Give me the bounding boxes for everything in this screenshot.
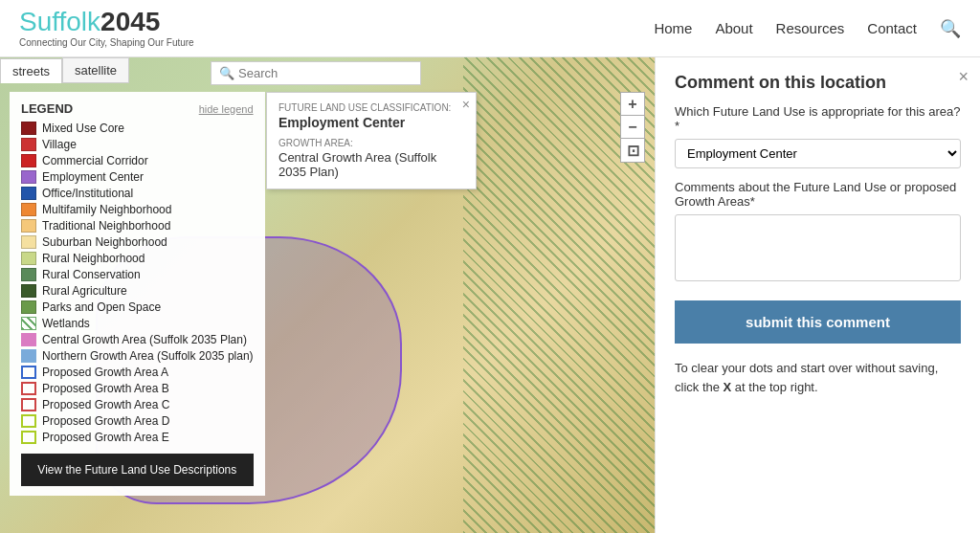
legend-item: Wetlands: [21, 317, 254, 330]
legend-title: LEGEND: [21, 101, 73, 116]
search-icon[interactable]: 🔍: [940, 18, 961, 39]
legend-label: Proposed Growth Area A: [42, 366, 168, 379]
legend-swatch: [21, 431, 36, 444]
nav-contact[interactable]: Contact: [867, 20, 917, 36]
legend-item: Traditional Neighborhood: [21, 219, 254, 233]
hide-legend-button[interactable]: hide legend: [199, 103, 254, 115]
legend-item: Suburban Neighborhood: [21, 235, 254, 249]
legend-label: Rural Neighborhood: [42, 252, 145, 265]
legend-swatch: [21, 252, 36, 265]
legend-swatch: [21, 366, 36, 379]
legend-label: Suburban Neighborhood: [42, 235, 167, 249]
legend-item: Village: [21, 138, 254, 151]
legend-swatch: [21, 284, 36, 298]
legend-item: Employment Center: [21, 170, 254, 184]
legend-label: Employment Center: [42, 170, 144, 184]
map-search-icon: 🔍: [219, 66, 234, 80]
legend-label: Parks and Open Space: [42, 300, 161, 314]
legend-label: Wetlands: [42, 317, 90, 330]
legend-swatch: [21, 154, 36, 167]
legend-label: Proposed Growth Area C: [42, 398, 169, 411]
legend-item: Commercial Corridor: [21, 154, 254, 167]
legend-swatch: [21, 268, 36, 281]
legend-item: Mixed Use Core: [21, 122, 254, 135]
main-content: streets satellite 🔍 + − ⊡ LEGEND hide le…: [0, 57, 980, 533]
submit-comment-button[interactable]: submit this comment: [675, 300, 961, 344]
map-search-bar[interactable]: 🔍: [211, 61, 421, 85]
header: Suffolk2045 Connecting Our City, Shaping…: [0, 0, 980, 57]
legend-label: Village: [42, 138, 77, 151]
map-search-input[interactable]: [238, 66, 412, 80]
legend-swatch: [21, 203, 36, 216]
logo: Suffolk2045: [19, 9, 194, 35]
legend-swatch: [21, 414, 36, 428]
panel-close-button[interactable]: ×: [958, 67, 969, 87]
nav-resources[interactable]: Resources: [776, 20, 845, 36]
legend-label: Rural Agriculture: [42, 284, 127, 298]
legend-label: Commercial Corridor: [42, 154, 148, 167]
legend-swatch: [21, 333, 36, 346]
legend-swatch: [21, 300, 36, 314]
popup-close-button[interactable]: ×: [462, 97, 470, 112]
legend-panel: LEGEND hide legend Mixed Use CoreVillage…: [10, 92, 265, 496]
logo-tagline: Connecting Our City, Shaping Our Future: [19, 37, 194, 48]
legend-item: Proposed Growth Area A: [21, 366, 254, 379]
legend-swatch: [21, 138, 36, 151]
comment-panel: × Comment on this location Which Future …: [655, 57, 980, 533]
comments-label: Comments about the Future Land Use or pr…: [675, 180, 961, 209]
legend-label: Proposed Growth Area E: [42, 431, 169, 444]
legend-item: Proposed Growth Area D: [21, 414, 254, 428]
map-area[interactable]: streets satellite 🔍 + − ⊡ LEGEND hide le…: [0, 57, 655, 533]
legend-item: Proposed Growth Area B: [21, 382, 254, 395]
legend-label: Office/Institutional: [42, 187, 133, 200]
logo-suffolk: Suffolk: [19, 7, 100, 36]
popup-classification-value: Employment Center: [278, 115, 464, 130]
nav-home[interactable]: Home: [654, 20, 692, 36]
clear-note: To clear your dots and start over withou…: [675, 359, 961, 396]
comments-textarea[interactable]: [675, 214, 961, 281]
legend-label: Rural Conservation: [42, 268, 141, 281]
tab-streets[interactable]: streets: [0, 58, 62, 83]
land-use-question: Which Future Land Use is appropriate for…: [675, 104, 961, 133]
legend-swatch: [21, 349, 36, 363]
legend-header: LEGEND hide legend: [21, 101, 254, 116]
legend-item: Multifamily Neighborhood: [21, 203, 254, 216]
zoom-controls: + − ⊡: [620, 92, 645, 163]
logo-area: Suffolk2045 Connecting Our City, Shaping…: [19, 9, 194, 48]
legend-item: Central Growth Area (Suffolk 2035 Plan): [21, 333, 254, 346]
legend-item: Rural Neighborhood: [21, 252, 254, 265]
main-nav: Home About Resources Contact 🔍: [654, 18, 961, 39]
zoom-in-button[interactable]: +: [621, 93, 644, 116]
legend-swatch: [21, 187, 36, 200]
legend-label: Traditional Neighborhood: [42, 219, 170, 233]
legend-item: Rural Conservation: [21, 268, 254, 281]
legend-swatch: [21, 122, 36, 135]
legend-items-container: Mixed Use CoreVillageCommercial Corridor…: [21, 122, 254, 444]
legend-label: Mixed Use Core: [42, 122, 124, 135]
legend-swatch: [21, 317, 36, 330]
legend-swatch: [21, 170, 36, 184]
legend-label: Proposed Growth Area B: [42, 382, 169, 395]
legend-item: Parks and Open Space: [21, 300, 254, 314]
legend-swatch: [21, 398, 36, 411]
legend-swatch: [21, 219, 36, 233]
legend-item: Proposed Growth Area E: [21, 431, 254, 444]
zoom-out-button[interactable]: −: [621, 116, 644, 139]
legend-label: Multifamily Neighborhood: [42, 203, 171, 216]
legend-item: Office/Institutional: [21, 187, 254, 200]
tab-satellite[interactable]: satellite: [62, 57, 129, 83]
popup-classification-label: FUTURE LAND USE CLASSIFICATION:: [278, 102, 464, 113]
zoom-reset-button[interactable]: ⊡: [621, 139, 644, 162]
land-use-select[interactable]: Employment CenterMixed Use CoreVillageCo…: [675, 139, 961, 168]
nav-about[interactable]: About: [715, 20, 752, 36]
legend-item: Northern Growth Area (Suffolk 2035 plan): [21, 349, 254, 363]
view-descriptions-button[interactable]: View the Future Land Use Descriptions: [21, 454, 254, 486]
legend-label: Central Growth Area (Suffolk 2035 Plan): [42, 333, 247, 346]
legend-label: Proposed Growth Area D: [42, 414, 169, 428]
popup-growth-value: Central Growth Area (Suffolk 2035 Plan): [278, 150, 464, 179]
popup-growth-label: GROWTH AREA:: [278, 138, 464, 148]
logo-year: 2045: [100, 7, 160, 36]
legend-swatch: [21, 382, 36, 395]
legend-item: Rural Agriculture: [21, 284, 254, 298]
legend-label: Northern Growth Area (Suffolk 2035 plan): [42, 349, 254, 363]
